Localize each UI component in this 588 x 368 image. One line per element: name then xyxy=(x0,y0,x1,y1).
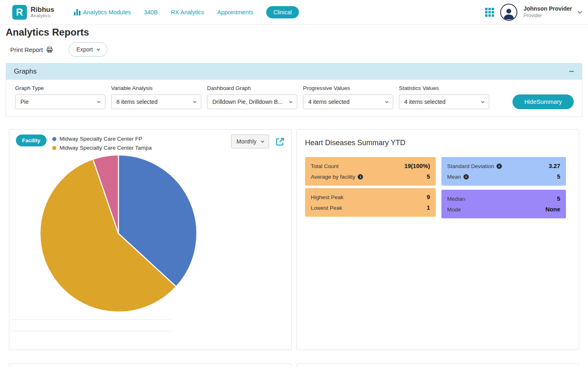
filter-variable-analysis: Variable Analysis 8 items selected xyxy=(105,85,201,109)
printer-icon xyxy=(46,46,53,53)
stat-label: Total Count xyxy=(311,163,339,169)
chevron-down-icon xyxy=(385,99,388,103)
nav-analytics-modules[interactable]: Analytics Modules xyxy=(74,9,131,16)
stat-label-text: Standard Deviation xyxy=(447,163,494,169)
hide-summary-button[interactable]: HideSummary xyxy=(512,94,574,109)
chart-card: Facility Midway Specialty Care Center FP… xyxy=(9,129,292,350)
chevron-down-icon xyxy=(261,139,264,142)
graphs-section-header[interactable]: Graphs − xyxy=(6,63,582,80)
chart-controls: Monthly xyxy=(231,135,285,148)
divider xyxy=(11,331,172,331)
period-value: Monthly xyxy=(236,138,256,145)
period-select[interactable]: Monthly xyxy=(231,135,269,148)
stat-row: Standard Deviation i 3.27 xyxy=(447,161,560,171)
info-icon[interactable]: i xyxy=(463,174,469,180)
top-nav-bar: R Ribhus Analytics Analytics Modules 340… xyxy=(0,0,588,25)
filter-progressive-values: Progressive Values 4 items selected xyxy=(297,85,393,109)
avatar[interactable] xyxy=(500,4,517,21)
brand-logo[interactable]: R Ribhus Analytics xyxy=(12,5,54,20)
chevron-down-icon xyxy=(97,99,100,103)
legend-item[interactable]: Midway Specialty Care Center FP xyxy=(52,136,152,142)
stat-label: Mode xyxy=(447,206,461,213)
filter-graph-type: Graph Type Pie xyxy=(9,85,105,109)
variable-analysis-select[interactable]: 8 items selected xyxy=(111,94,201,109)
chart-legend: Midway Specialty Care Center FP Midway S… xyxy=(52,135,152,151)
statistics-values-select[interactable]: 4 items selected xyxy=(399,94,489,109)
stat-label: Standard Deviation i xyxy=(447,163,502,169)
selected-value: Drilldown Pie, Drilldown B... xyxy=(212,99,283,105)
nav-rx-analytics[interactable]: RX Analytics xyxy=(171,9,204,16)
legend-dot-blue xyxy=(52,137,56,141)
brand-text: Ribhus Analytics xyxy=(31,6,54,18)
user-block: Johnson Provider Provider xyxy=(523,5,572,19)
dashboard-graph-select[interactable]: Drilldown Pie, Drilldown B... xyxy=(207,94,297,109)
stat-label-text: Average by facility xyxy=(311,174,355,180)
info-icon[interactable]: i xyxy=(497,164,502,169)
legend-item[interactable]: Midway Specialty Care Center Tampa xyxy=(52,145,152,151)
stat-value: 3.27 xyxy=(549,163,560,169)
pie-chart xyxy=(37,152,291,317)
main-nav: Analytics Modules 340B RX Analytics Appo… xyxy=(74,6,299,18)
facility-badge[interactable]: Facility xyxy=(16,135,47,146)
nav-appointments[interactable]: Appointments xyxy=(217,9,254,16)
stat-row: Lowest Peak 1 xyxy=(311,202,430,213)
summary-card: Heart Diseases Summary YTD Total Count 1… xyxy=(296,129,579,350)
user-name: Johnson Provider xyxy=(523,5,572,13)
filter-label: Variable Analysis xyxy=(111,85,201,91)
chevron-down-icon xyxy=(96,47,100,50)
stat-value: 5 xyxy=(557,173,560,180)
page-title: Analytics Reports xyxy=(6,27,588,38)
stat-label-text: Mean xyxy=(447,174,461,180)
card-stub xyxy=(9,364,292,367)
apps-grid-icon[interactable] xyxy=(485,8,494,17)
header-right: Johnson Provider Provider xyxy=(485,4,581,21)
pie-chart-svg xyxy=(37,152,200,315)
report-toolbar: Print Report Export xyxy=(10,42,588,57)
stat-row: Median 5 xyxy=(447,193,560,204)
person-icon xyxy=(502,6,516,20)
graphs-section-title: Graphs xyxy=(14,67,37,76)
stat-value: 5 xyxy=(427,173,430,180)
summary-col-left: Total Count 19(100%) Average by facility… xyxy=(305,157,436,218)
stat-label: Average by facility i xyxy=(311,174,363,180)
user-role: Provider xyxy=(523,13,572,19)
filter-statistics-values: Statistics Values 4 items selected xyxy=(393,85,489,109)
chart-card-header: Facility Midway Specialty Care Center FP… xyxy=(9,130,291,151)
collapse-icon[interactable]: − xyxy=(569,67,574,76)
graphs-section: Graphs − Graph Type Pie Variable Analysi… xyxy=(6,63,582,117)
chevron-down-icon[interactable] xyxy=(577,9,582,13)
next-cards-row xyxy=(9,364,579,367)
filter-label: Graph Type xyxy=(15,85,105,91)
median-box: Median 5 Mode None xyxy=(441,190,566,218)
progressive-values-select[interactable]: 4 items selected xyxy=(303,94,393,109)
nav-label: Analytics Modules xyxy=(83,9,131,16)
nav-340b[interactable]: 340B xyxy=(144,9,158,16)
selected-value: 4 items selected xyxy=(308,99,350,105)
stat-row: Average by facility i 5 xyxy=(311,171,430,182)
stat-value: None xyxy=(546,206,560,213)
stat-row: Highest Peak 9 xyxy=(311,192,430,202)
info-icon[interactable]: i xyxy=(358,174,363,180)
chevron-down-icon xyxy=(481,99,484,103)
bar-chart-icon xyxy=(74,9,80,16)
stat-value: 19(100%) xyxy=(404,163,430,169)
deviation-box: Standard Deviation i 3.27 Mean i 5 xyxy=(441,157,566,186)
stat-row: Mean i 5 xyxy=(447,171,560,182)
summary-panels: Total Count 19(100%) Average by facility… xyxy=(305,157,570,218)
ribhus-logo-icon: R xyxy=(12,5,27,20)
print-report-label: Print Report xyxy=(10,46,43,53)
stat-label: Median xyxy=(447,196,465,202)
peaks-box: Highest Peak 9 Lowest Peak 1 xyxy=(305,188,436,217)
cards-row: Facility Midway Specialty Care Center FP… xyxy=(9,129,579,350)
export-button[interactable]: Export xyxy=(69,42,107,57)
stat-label: Highest Peak xyxy=(311,194,343,200)
nav-clinical[interactable]: Clinical xyxy=(266,6,298,18)
filter-label: Progressive Values xyxy=(303,85,393,91)
summary-title: Heart Diseases Summary YTD xyxy=(305,139,570,147)
expand-chart-button[interactable] xyxy=(275,137,285,146)
legend-label: Midway Specialty Care Center Tampa xyxy=(60,145,152,151)
print-report-button[interactable]: Print Report xyxy=(10,46,53,53)
summary-col-right: Standard Deviation i 3.27 Mean i 5 xyxy=(441,157,566,218)
stat-row: Total Count 19(100%) xyxy=(311,161,430,171)
graph-type-select[interactable]: Pie xyxy=(15,94,105,109)
